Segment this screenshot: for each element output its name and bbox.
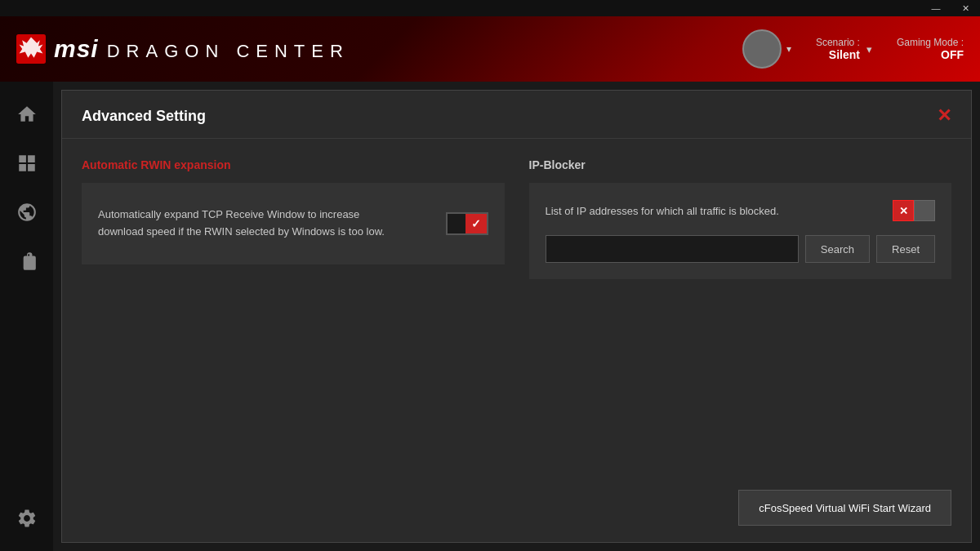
sidebar-item-network[interactable]: [11, 196, 43, 229]
rwin-toggle[interactable]: ✓: [446, 212, 488, 235]
title-bar: — ✕: [0, 0, 980, 16]
scenario-label: Scenario :: [816, 37, 860, 48]
minimize-button[interactable]: —: [921, 0, 951, 16]
ip-blocker-toggle[interactable]: ✕: [893, 199, 935, 222]
avatar: [742, 29, 782, 69]
header-controls: ▾ Scenario : Silent ▾ Gaming Mode : OFF: [742, 29, 964, 69]
ip-search-button[interactable]: Search: [805, 235, 870, 263]
sidebar: [0, 82, 53, 551]
gaming-mode-label: Gaming Mode :: [897, 37, 964, 48]
rwin-panel: Automatic RWIN expansion Automatically e…: [82, 158, 505, 279]
dialog-title: Advanced Setting: [82, 108, 206, 125]
profile-dropdown-icon: ▾: [786, 43, 791, 55]
dialog-body: Automatic RWIN expansion Automatically e…: [62, 139, 971, 299]
logo-text: msi DRAGON CENTER: [54, 35, 350, 63]
gaming-mode-value: OFF: [897, 48, 964, 61]
msi-dragon-icon: [16, 34, 46, 64]
logo-area: msi DRAGON CENTER: [16, 34, 350, 64]
header: msi DRAGON CENTER ▾ Scenario : Silent ▾ …: [0, 16, 980, 82]
ip-blocker-panel: IP-Blocker List of IP addresses for whic…: [529, 158, 952, 279]
ip-toggle-bar: [914, 200, 935, 221]
gaming-mode-control: Gaming Mode : OFF: [897, 37, 964, 61]
scenario-dropdown-icon: ▾: [866, 43, 872, 56]
sidebar-item-home[interactable]: [11, 98, 43, 131]
rwin-description: Automatically expand TCP Receive Window …: [98, 207, 385, 241]
dialog-footer: cFosSpeed Virtual WiFi Start Wizard: [738, 490, 951, 526]
sidebar-item-toolbox[interactable]: [11, 245, 43, 278]
dialog-header: Advanced Setting ✕: [62, 91, 971, 139]
ip-top-row: List of IP addresses for which all traff…: [546, 199, 936, 222]
rwin-section-title: Automatic RWIN expansion: [82, 158, 505, 171]
sidebar-item-grid[interactable]: [11, 147, 43, 180]
window-close-button[interactable]: ✕: [951, 0, 980, 16]
dragon-center-wordmark: DRAGON CENTER: [107, 41, 350, 62]
scenario-value: Silent: [816, 48, 860, 61]
sidebar-item-settings[interactable]: [11, 502, 43, 535]
ip-blocker-section-title: IP-Blocker: [529, 158, 952, 171]
ip-input-row: Search Reset: [546, 235, 936, 263]
rwin-toggle-knob: ✓: [466, 214, 487, 233]
dialog-close-button[interactable]: ✕: [937, 107, 951, 125]
ip-toggle-x-icon: ✕: [893, 200, 914, 221]
rwin-box: Automatically expand TCP Receive Window …: [82, 183, 505, 264]
ip-search-input[interactable]: [546, 235, 799, 263]
msi-wordmark: msi: [54, 35, 99, 63]
ip-blocker-box: List of IP addresses for which all traff…: [529, 183, 952, 279]
profile-area[interactable]: ▾: [742, 29, 791, 69]
main-content: Advanced Setting ✕ Automatic RWIN expans…: [53, 82, 980, 551]
ip-description: List of IP addresses for which all traff…: [546, 205, 779, 217]
wifi-wizard-button[interactable]: cFosSpeed Virtual WiFi Start Wizard: [738, 490, 951, 526]
advanced-setting-dialog: Advanced Setting ✕ Automatic RWIN expans…: [61, 90, 972, 543]
ip-reset-button[interactable]: Reset: [876, 235, 935, 263]
scenario-control[interactable]: Scenario : Silent ▾: [816, 37, 872, 61]
